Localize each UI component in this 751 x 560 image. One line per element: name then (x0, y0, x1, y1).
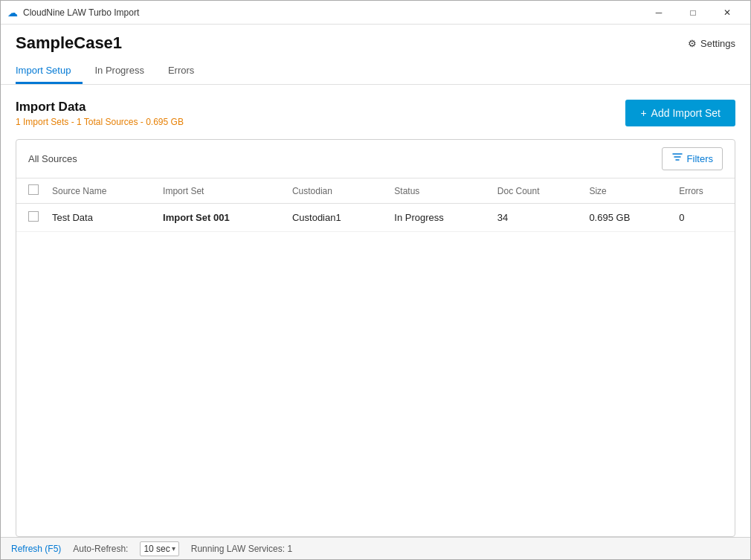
filters-button[interactable]: Filters (662, 147, 723, 170)
row-import-set: Import Set 001 (154, 204, 283, 232)
main-window: ☁ CloudNine LAW Turbo Import ─ □ ✕ Sampl… (0, 0, 751, 560)
window-controls: ─ □ ✕ (642, 1, 744, 25)
table-body: Test Data Import Set 001 Custodian1 In P… (16, 204, 735, 232)
col-size: Size (580, 178, 670, 204)
app-icon: ☁ (7, 7, 19, 19)
auto-refresh-select[interactable]: 10 sec ▾ (140, 541, 178, 556)
col-source-name: Source Name (43, 178, 154, 204)
settings-label: Settings (700, 38, 735, 49)
filter-icon (671, 152, 683, 166)
row-status: In Progress (385, 204, 489, 232)
chevron-down-icon: ▾ (172, 544, 175, 553)
header-top: SampleCase1 ⚙ Settings (16, 33, 735, 53)
tab-errors[interactable]: Errors (156, 59, 206, 84)
row-custodian: Custodian1 (283, 204, 385, 232)
bottom-bar: Refresh (F5) Auto-Refresh: 10 sec ▾ Runn… (1, 537, 750, 559)
row-checkbox[interactable] (28, 211, 39, 222)
tab-in-progress[interactable]: In Progress (83, 59, 155, 84)
header-row: Source Name Import Set Custodian Status … (16, 178, 735, 204)
running-services-label: Running LAW Services: 1 (191, 544, 292, 554)
table-toolbar: All Sources Filters (16, 140, 735, 178)
table-header: Source Name Import Set Custodian Status … (16, 178, 735, 204)
col-doc-count: Doc Count (489, 178, 581, 204)
section-title-block: Import Data 1 Import Sets - 1 Total Sour… (16, 100, 184, 127)
filters-label: Filters (687, 153, 713, 164)
row-doc-count: 34 (489, 204, 581, 232)
window-title: CloudNine LAW Turbo Import (23, 7, 642, 18)
col-checkbox (16, 178, 43, 204)
sources-table: Source Name Import Set Custodian Status … (16, 178, 735, 232)
settings-link[interactable]: ⚙ Settings (688, 38, 735, 49)
section-title: Import Data (16, 100, 184, 115)
auto-refresh-value: 10 sec (144, 544, 170, 554)
app-header: SampleCase1 ⚙ Settings Import Setup In P… (1, 25, 750, 85)
table-panel: All Sources Filters (16, 139, 735, 537)
row-checkbox-cell (16, 204, 43, 232)
case-title: SampleCase1 (16, 33, 122, 53)
minimize-button[interactable]: ─ (642, 1, 676, 25)
row-source-name: Test Data (43, 204, 154, 232)
row-errors: 0 (670, 204, 735, 232)
close-button[interactable]: ✕ (710, 1, 744, 25)
title-bar: ☁ CloudNine LAW Turbo Import ─ □ ✕ (1, 1, 750, 25)
main-area: Import Data 1 Import Sets - 1 Total Sour… (1, 85, 750, 537)
table-scroll[interactable]: Source Name Import Set Custodian Status … (16, 178, 735, 536)
tab-bar: Import Setup In Progress Errors (16, 59, 735, 84)
gear-icon: ⚙ (688, 38, 697, 49)
all-sources-label: All Sources (28, 153, 77, 164)
col-errors: Errors (670, 178, 735, 204)
row-size: 0.695 GB (580, 204, 670, 232)
section-subtitle: 1 Import Sets - 1 Total Sources - 0.695 … (16, 117, 184, 127)
maximize-button[interactable]: □ (676, 1, 710, 25)
tab-import-setup[interactable]: Import Setup (16, 59, 83, 84)
add-import-set-button[interactable]: + Add Import Set (625, 100, 735, 126)
col-import-set: Import Set (154, 178, 283, 204)
content-area: SampleCase1 ⚙ Settings Import Setup In P… (1, 25, 750, 559)
plus-icon: + (640, 107, 646, 119)
section-header: Import Data 1 Import Sets - 1 Total Sour… (16, 100, 735, 127)
header-checkbox[interactable] (28, 184, 39, 195)
add-import-set-label: Add Import Set (651, 107, 721, 119)
table-row[interactable]: Test Data Import Set 001 Custodian1 In P… (16, 204, 735, 232)
refresh-link[interactable]: Refresh (F5) (11, 544, 61, 554)
auto-refresh-label: Auto-Refresh: (73, 544, 128, 554)
col-status: Status (385, 178, 489, 204)
col-custodian: Custodian (283, 178, 385, 204)
